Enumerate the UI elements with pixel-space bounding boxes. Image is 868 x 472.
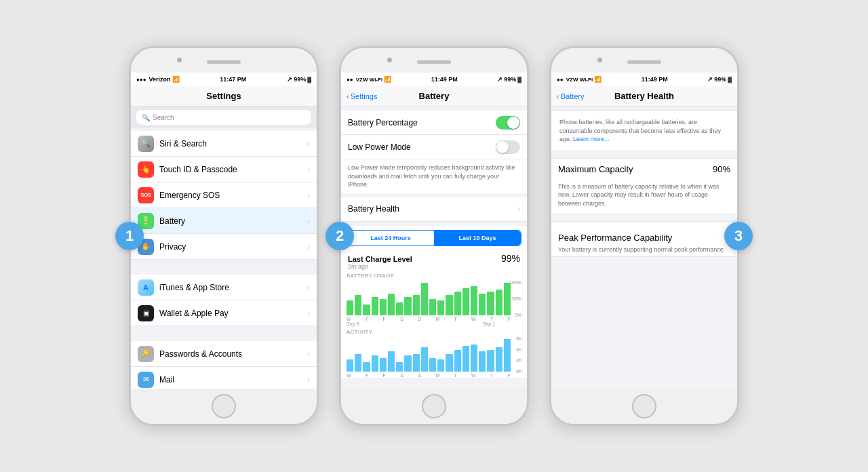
itunes-icon: A (138, 279, 154, 296)
phone-3: ●● VZW Wi-Fi 📶 11:49 PM ↗ 99% ▓ ‹ Batter… (549, 46, 739, 426)
battery-screen-content: Battery Percentage Low Power Mode (341, 106, 527, 389)
act-bar (487, 350, 494, 372)
main-scene: ●●● Verizon 📶 11:47 PM ↗ 99% ▓ Settings (129, 46, 739, 426)
act-bar (355, 354, 361, 372)
nav-back-2[interactable]: ‹ Settings (347, 92, 377, 100)
act-bar (479, 351, 486, 372)
bar (454, 292, 461, 315)
row-itunes[interactable]: A iTunes & App Store › (131, 275, 317, 300)
nav-bar-2: ‹ Settings Battery (341, 86, 527, 106)
capacity-block: Maximum Capacity 90% This is a measure o… (551, 158, 737, 214)
act-bar (429, 358, 436, 372)
camera-dot-2 (387, 58, 392, 62)
nav-back-3[interactable]: ‹ Battery (557, 92, 585, 100)
mail-icon: ✉ (138, 372, 154, 388)
act-bar (462, 346, 469, 372)
circle-label-1: 1 (115, 222, 144, 250)
act-bar (471, 345, 477, 372)
touch-id-icon: 👆 (138, 161, 154, 178)
carrier-1: ●●● Verizon 📶 (136, 76, 180, 83)
phone-bottom-2 (341, 389, 527, 424)
charts-section: Last 24 Hours Last 10 Days Last Charge L… (341, 226, 527, 378)
chart-date-labels: Sep 5Sep 1 (347, 321, 511, 326)
row-battery-pct[interactable]: Battery Percentage (341, 111, 527, 135)
nav-bar-3: ‹ Battery Battery Health (551, 86, 737, 106)
bar (504, 283, 511, 315)
bar (413, 295, 420, 315)
battery-indicator-1: ↗ 99% ▓ (287, 76, 311, 83)
passwords-icon: 🔑 (138, 346, 154, 362)
act-bar (413, 354, 420, 372)
phone-top-1 (131, 48, 317, 73)
capacity-desc: This is a measure of battery capacity re… (551, 180, 737, 214)
act-bar (396, 362, 403, 372)
bar (363, 304, 370, 315)
nav-bar-1: Settings (131, 86, 317, 106)
usage-chart: BATTERY USAGE 100% 50% 0% (341, 270, 527, 326)
screen-2: ●● VZW Wi-Fi 📶 11:49 PM ↗ 99% ▓ ‹ Settin… (341, 73, 527, 389)
row-emergency[interactable]: SOS Emergency SOS › (131, 182, 317, 208)
home-button-3[interactable] (632, 394, 656, 418)
camera-dot-1 (177, 58, 182, 62)
home-button-1[interactable] (212, 394, 236, 418)
tab-10d[interactable]: Last 10 Days (434, 231, 521, 245)
last-charge-value: 99% (501, 253, 520, 264)
screen-1: ●●● Verizon 📶 11:47 PM ↗ 99% ▓ Settings (131, 73, 317, 389)
tab-24h[interactable]: Last 24 Hours (347, 231, 434, 245)
row-wallet[interactable]: ▣ Wallet & Apple Pay › (131, 300, 317, 326)
battery-pct-toggle[interactable] (496, 116, 520, 130)
phone-1: ●●● Verizon 📶 11:47 PM ↗ 99% ▓ Settings (129, 46, 319, 426)
home-button-2[interactable] (422, 394, 446, 418)
act-x-labels: WFFSSMTWTF (347, 373, 511, 378)
low-power-toggle[interactable] (496, 140, 520, 154)
last-charge-row: Last Charge Level 2m ago 99% (341, 250, 527, 270)
row-mail[interactable]: ✉ Mail › (131, 367, 317, 389)
act-bar (372, 355, 378, 372)
bar (487, 292, 494, 315)
learn-more-link[interactable]: Learn more... (573, 136, 610, 142)
row-privacy[interactable]: ✋ Privacy › (131, 234, 317, 260)
siri-icon: 🔍 (138, 136, 154, 152)
act-bar (404, 355, 411, 372)
phone-bottom-1 (131, 389, 317, 424)
act-bar (421, 347, 428, 372)
act-bar (454, 350, 461, 372)
act-bar (388, 351, 395, 372)
bar (446, 295, 452, 315)
row-siri[interactable]: 🔍 Siri & Search › (131, 131, 317, 157)
toggle-knob-off (496, 141, 509, 153)
circle-label-2: 2 (326, 222, 354, 250)
gap-2 (131, 260, 317, 275)
act-bar (380, 358, 387, 372)
chart-x-labels: WFFSSMTWTF (347, 317, 511, 321)
toggle-knob-on (507, 117, 519, 129)
time-1: 11:47 PM (220, 76, 246, 83)
search-placeholder: Search (153, 114, 174, 121)
row-battery-health[interactable]: Battery Health › (341, 197, 527, 222)
activity-chart: ACTIVITY 6h 4h 2h 0h (341, 326, 527, 378)
act-bar (446, 354, 452, 372)
search-bar[interactable]: 🔍 Search (131, 106, 317, 128)
gap-h2 (551, 151, 737, 158)
row-passwords[interactable]: 🔑 Passwords & Accounts › (131, 341, 317, 367)
camera-dot-3 (597, 58, 602, 62)
emergency-icon: SOS (138, 187, 154, 203)
last-charge-label: Last Charge Level (348, 255, 412, 263)
status-bar-3: ●● VZW Wi-Fi 📶 11:49 PM ↗ 99% ▓ (551, 73, 737, 86)
bar (471, 286, 477, 315)
bar (437, 300, 444, 315)
screen-3: ●● VZW Wi-Fi 📶 11:49 PM ↗ 99% ▓ ‹ Batter… (551, 73, 737, 389)
last-charge-time: 2m ago (348, 263, 412, 270)
gap-3 (131, 326, 317, 341)
act-bar (504, 339, 511, 372)
nav-title-3: Battery Health (614, 91, 674, 101)
row-touch-id[interactable]: 👆 Touch ID & Passcode › (131, 157, 317, 182)
row-low-power[interactable]: Low Power Mode (341, 135, 527, 159)
bar (404, 297, 411, 315)
capacity-row: Maximum Capacity 90% (551, 159, 737, 180)
row-battery[interactable]: 🔋 Battery › (131, 208, 317, 234)
act-bar (496, 347, 502, 372)
search-icon: 🔍 (142, 114, 150, 121)
phone-top-2 (341, 48, 527, 73)
act-bar (437, 359, 444, 372)
